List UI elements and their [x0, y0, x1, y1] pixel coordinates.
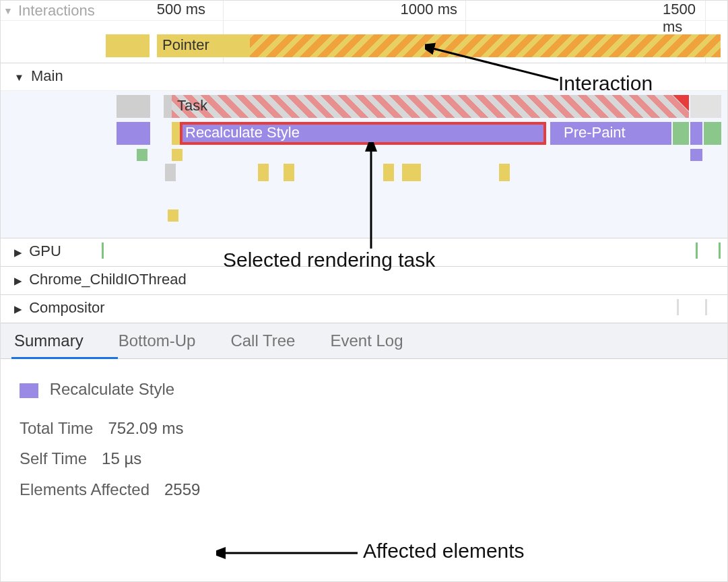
gpu-activity-bar[interactable] [719, 243, 721, 259]
annotation-arrow-icon [216, 543, 364, 563]
main-thread-label: Main [31, 67, 63, 84]
paint-block[interactable] [137, 149, 147, 161]
scripting-block[interactable] [168, 209, 178, 222]
ruler-tick: 1000 ms [401, 1, 457, 18]
compositor-thread-label: Compositor [29, 299, 104, 316]
scripting-block[interactable] [284, 164, 294, 181]
interaction-block-pointer[interactable]: Pointer [157, 34, 250, 57]
gpu-activity-bar[interactable] [696, 243, 698, 259]
main-thread-header[interactable]: ▼ Main [1, 63, 727, 91]
recalculate-style-block[interactable]: Recalculate Style [180, 122, 546, 145]
compositor-activity-bar[interactable] [705, 299, 707, 315]
chevron-right-icon: ▶ [14, 275, 22, 287]
tab-bottom-up[interactable]: Bottom-Up [119, 331, 196, 350]
compositor-activity-bar[interactable] [677, 299, 679, 315]
chevron-down-icon: ▼ [14, 71, 24, 83]
interactions-track: Pointer [1, 21, 727, 63]
summary-elements-key: Elements Affected [20, 474, 150, 505]
scripting-block[interactable] [172, 149, 183, 161]
interaction-pointer-label: Pointer [162, 36, 209, 53]
task-block[interactable] [690, 95, 721, 118]
scripting-block[interactable] [258, 164, 269, 181]
compositor-thread-header[interactable]: ▶ Compositor [1, 294, 727, 323]
rendering-block[interactable] [117, 122, 150, 145]
chevron-right-icon: ▶ [14, 303, 22, 315]
rendering-block[interactable] [690, 149, 702, 161]
tab-event-log[interactable]: Event Log [330, 331, 403, 350]
interaction-block-processing[interactable] [250, 34, 721, 57]
chevron-down-icon: ▼ [3, 5, 13, 16]
summary-elements-val: 2559 [164, 474, 200, 505]
interaction-block-lead[interactable] [106, 34, 150, 57]
summary-panel: Recalculate Style Total Time 752.09 ms S… [1, 359, 727, 519]
gpu-activity-bar[interactable] [102, 243, 104, 259]
recalculate-style-label: Recalculate Style [185, 124, 300, 141]
task-block[interactable] [117, 95, 150, 118]
rendering-block[interactable] [690, 122, 702, 145]
scripting-block[interactable] [499, 164, 510, 181]
childio-thread-header[interactable]: ▶ Chrome_ChildIOThread [1, 266, 727, 294]
summary-self-time-key: Self Time [20, 443, 87, 474]
details-tabs: Summary Bottom-Up Call Tree Event Log [1, 323, 727, 359]
childio-thread-label: Chrome_ChildIOThread [29, 271, 187, 288]
interactions-ruler: ▼ Interactions 500 ms 1000 ms 1500 ms [1, 1, 727, 21]
tab-summary[interactable]: Summary [14, 331, 84, 350]
prepaint-label: Pre-Paint [564, 124, 626, 141]
ruler-tick: 500 ms [157, 1, 205, 18]
chevron-right-icon: ▶ [14, 247, 22, 259]
gpu-thread-header[interactable]: ▶ GPU [1, 238, 727, 266]
long-task-block[interactable]: Task [172, 95, 689, 118]
main-flame-chart: Task Recalculate Style Pre-Paint [1, 91, 727, 238]
scripting-block[interactable] [410, 164, 421, 181]
interactions-section-label[interactable]: ▼ Interactions [3, 2, 95, 20]
summary-title: Recalculate Style [50, 380, 174, 398]
summary-total-time-val: 752.09 ms [108, 413, 183, 444]
rendering-color-swatch [20, 383, 38, 398]
summary-total-time-key: Total Time [20, 413, 93, 444]
scripting-block[interactable] [383, 164, 394, 181]
summary-self-time-val: 15 µs [102, 443, 141, 474]
task-label: Task [177, 97, 207, 114]
tab-active-indicator [11, 357, 118, 359]
task-block[interactable] [165, 164, 176, 181]
tab-call-tree[interactable]: Call Tree [230, 331, 295, 350]
paint-block[interactable] [704, 122, 721, 145]
gpu-thread-label: GPU [29, 243, 61, 259]
interactions-section-text: Interactions [18, 2, 95, 19]
long-task-warning-icon [673, 95, 689, 111]
paint-block[interactable] [673, 122, 689, 145]
prepaint-block[interactable]: Pre-Paint [558, 122, 671, 145]
annotation-affected: Affected elements [363, 540, 525, 562]
